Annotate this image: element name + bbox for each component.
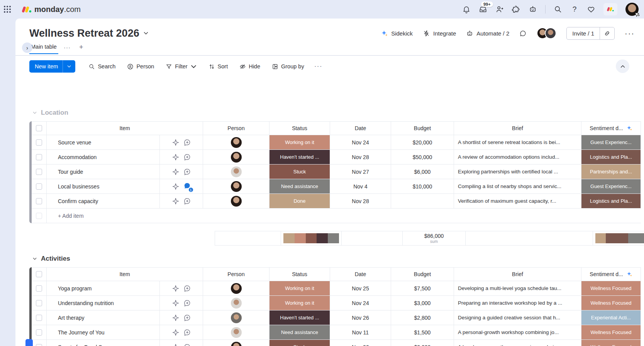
column-person[interactable]: Person xyxy=(203,122,269,135)
inbox-icon[interactable]: 99+ xyxy=(479,5,487,14)
add-update-icon[interactable] xyxy=(183,343,191,346)
add-update-icon[interactable] xyxy=(183,197,191,205)
brief-cell[interactable]: Verification of maximum guest capacity, … xyxy=(454,194,581,209)
open-updates-button[interactable]: 1 xyxy=(183,182,191,191)
date-cell[interactable]: Nov 26 xyxy=(330,310,391,325)
ai-assistant-icon[interactable] xyxy=(529,5,537,14)
row-checkbox[interactable] xyxy=(32,296,47,310)
brief-cell[interactable]: A personal-growth workshop combining jo.… xyxy=(454,325,581,340)
date-cell[interactable]: Nov 20 xyxy=(330,340,391,346)
status-cell[interactable]: Haven't started ... xyxy=(269,310,330,325)
person-cell[interactable] xyxy=(203,150,269,165)
add-item-label[interactable]: + Add item xyxy=(47,209,641,223)
status-cell[interactable]: Stuck xyxy=(269,340,330,346)
brief-cell[interactable]: A shortlist of serene retreat locations … xyxy=(454,135,581,150)
expand-sidebar-button[interactable]: › xyxy=(22,42,32,53)
row-checkbox[interactable] xyxy=(32,135,47,150)
toolbar-more-menu[interactable]: ··· xyxy=(312,63,325,70)
board-scroll-area[interactable]: Location Item Person Status Date Budget … xyxy=(15,100,644,346)
column-item[interactable]: Item xyxy=(47,122,203,135)
integrate-button[interactable]: Integrate xyxy=(423,30,456,37)
filter-button[interactable]: Filter xyxy=(162,61,200,73)
products-switcher-icon[interactable] xyxy=(587,5,595,14)
column-status[interactable]: Status xyxy=(269,122,330,135)
brief-cell[interactable]: Exploring partnerships with certified lo… xyxy=(454,165,581,179)
board-chat-button[interactable] xyxy=(519,30,527,37)
column-sentiment[interactable]: Sentiment d... xyxy=(581,268,641,281)
ai-improve-icon[interactable] xyxy=(172,197,180,205)
hide-button[interactable]: Hide xyxy=(236,61,264,73)
add-update-icon[interactable] xyxy=(183,329,191,336)
person-cell[interactable] xyxy=(203,310,269,325)
group-name[interactable]: Activities xyxy=(41,255,70,263)
item-name[interactable]: Accommodation xyxy=(47,150,160,165)
row-checkbox[interactable] xyxy=(32,179,47,194)
budget-cell[interactable] xyxy=(391,194,454,209)
tab-options-icon[interactable]: ··· xyxy=(64,44,71,54)
row-checkbox[interactable] xyxy=(32,165,47,179)
sentiment-distribution-bar[interactable] xyxy=(595,233,644,243)
item-name[interactable]: Understanding nutrition xyxy=(47,296,160,310)
collapse-header-button[interactable] xyxy=(616,59,629,73)
invite-members-icon[interactable] xyxy=(495,5,504,14)
column-item[interactable]: Item xyxy=(47,268,203,281)
add-update-icon[interactable] xyxy=(183,285,191,292)
column-date[interactable]: Date xyxy=(330,268,391,281)
budget-cell[interactable]: $7,500 xyxy=(391,281,454,296)
column-sentiment[interactable]: Sentiment d... xyxy=(581,122,641,135)
item-name[interactable]: Source venue xyxy=(47,135,160,150)
status-cell[interactable]: Need assistance xyxy=(269,325,330,340)
row-checkbox[interactable] xyxy=(32,310,47,325)
status-cell[interactable]: Working on it xyxy=(269,296,330,310)
board-title[interactable]: Wellness Retreat 2026 xyxy=(29,27,149,39)
date-cell[interactable]: Nov 28 xyxy=(330,150,391,165)
automate-button[interactable]: Automate / 2 xyxy=(466,30,509,37)
status-cell[interactable]: Haven't started ... xyxy=(269,150,330,165)
row-checkbox[interactable] xyxy=(32,325,47,340)
sort-button[interactable]: Sort xyxy=(205,61,232,73)
invite-button[interactable]: Invite / 1 xyxy=(567,27,600,39)
column-status[interactable]: Status xyxy=(269,268,330,281)
person-filter-button[interactable]: Person xyxy=(123,61,158,73)
ai-improve-icon[interactable] xyxy=(172,343,180,346)
sentiment-cell[interactable]: Partnerships and... xyxy=(581,165,641,179)
column-budget[interactable]: Budget xyxy=(391,122,454,135)
add-update-icon[interactable] xyxy=(183,139,191,146)
ai-improve-icon[interactable] xyxy=(172,139,180,146)
brief-cell[interactable]: Developing a multi-level yoga schedule t… xyxy=(454,281,581,296)
sentiment-cell[interactable]: Wellness Focused xyxy=(581,296,641,310)
brief-cell[interactable]: Preparing an interactive workshop led by… xyxy=(454,296,581,310)
budget-cell[interactable]: $2,000 xyxy=(391,340,454,346)
person-cell[interactable] xyxy=(203,135,269,150)
ai-improve-icon[interactable] xyxy=(172,285,180,292)
group-by-button[interactable]: Group by xyxy=(268,61,308,73)
ai-improve-icon[interactable] xyxy=(172,314,180,322)
person-cell[interactable] xyxy=(203,194,269,209)
status-cell[interactable]: Working on it xyxy=(269,281,330,296)
item-name[interactable]: Scents for Good Sense xyxy=(47,340,160,346)
date-cell[interactable]: Nov 24 xyxy=(330,135,391,150)
column-date[interactable]: Date xyxy=(330,122,391,135)
copy-board-link-button[interactable] xyxy=(600,27,614,39)
user-avatar[interactable] xyxy=(625,3,639,16)
work-management-product-icon[interactable] xyxy=(603,3,617,15)
sentiment-cell[interactable]: Guest Experienc... xyxy=(581,179,641,194)
new-item-button[interactable]: New item xyxy=(29,60,75,73)
date-cell[interactable]: Nov 4 xyxy=(330,179,391,194)
ai-improve-icon[interactable] xyxy=(172,183,180,190)
date-cell[interactable]: Nov 28 xyxy=(330,194,391,209)
budget-cell[interactable]: $10,000 xyxy=(391,179,454,194)
item-name[interactable]: The Journey of You xyxy=(47,325,160,340)
status-distribution-cell[interactable] xyxy=(281,231,342,246)
sentiment-distribution-cell[interactable] xyxy=(593,231,644,246)
add-view-button[interactable]: + xyxy=(79,43,83,54)
status-cell[interactable]: Need assistance xyxy=(269,179,330,194)
select-all-checkbox[interactable] xyxy=(32,268,47,281)
person-cell[interactable] xyxy=(203,340,269,346)
add-update-icon[interactable] xyxy=(183,168,191,176)
person-cell[interactable] xyxy=(203,296,269,310)
item-name[interactable]: Local businesses xyxy=(47,179,160,194)
budget-cell[interactable]: $6,000 xyxy=(391,165,454,179)
group-name[interactable]: Location xyxy=(41,109,68,117)
monday-logo[interactable]: monday.com xyxy=(22,5,81,14)
